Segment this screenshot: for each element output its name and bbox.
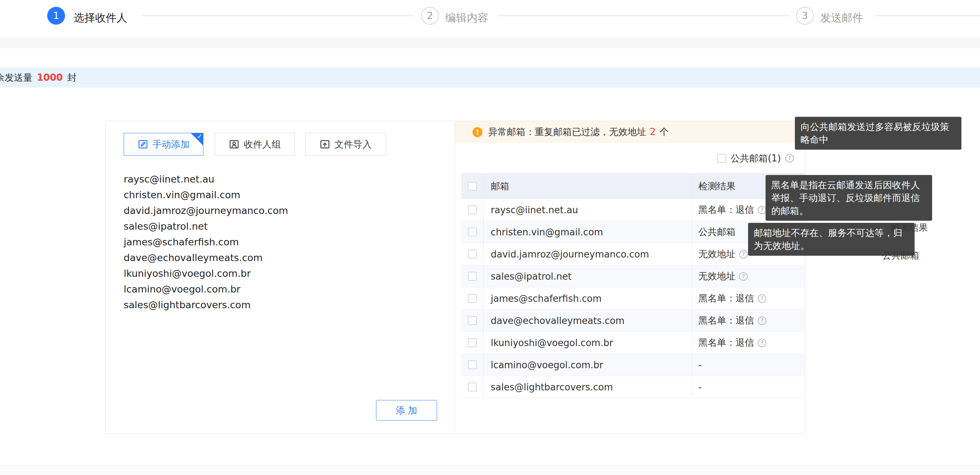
row-result: 黑名单：退信 ?: [692, 310, 805, 331]
row-checkbox[interactable]: [468, 227, 477, 237]
row-checkbox[interactable]: [468, 383, 477, 391]
row-email: sales@ipatrol.net: [483, 265, 692, 287]
tab-manual-add-label: 手动添加: [153, 138, 190, 151]
table-row: lcamino@voegol.com.br - ?: [461, 354, 805, 376]
check-result-table: 邮箱 检测结果 raysc@iinet.net.au 黑名单：退信 ? chri…: [461, 173, 805, 398]
email-list-line: christen.vin@gmail.com: [124, 187, 440, 203]
row-email: david.jamroz@journeymanco.com: [483, 243, 692, 265]
tab-file-import[interactable]: 文件导入: [305, 133, 386, 156]
row-result-text: 黑名单：退信: [698, 292, 754, 305]
help-icon[interactable]: ?: [758, 294, 766, 303]
step-1-label: 选择收件人: [74, 11, 127, 25]
email-list-line: sales@ipatrol.net: [124, 219, 440, 234]
step-connector-3: [875, 15, 980, 16]
tooltip-blacklist: 黑名单是指在云邮通发送后因收件人举报、手动退订、反垃圾邮件而退信的邮箱。: [765, 175, 932, 221]
tab-recipient-group-label: 收件人组: [244, 138, 281, 151]
email-list-line: dave@echovalleymeats.com: [124, 250, 440, 266]
help-icon[interactable]: ?: [739, 250, 748, 259]
table-row: raysc@iinet.net.au 黑名单：退信 ?: [461, 199, 805, 221]
quota-banner: 余发送量 1000 封: [0, 67, 980, 87]
row-checkbox[interactable]: [468, 249, 477, 259]
row-checkbox-cell: [461, 221, 483, 243]
row-result-text: 无效地址: [698, 270, 735, 283]
public-mailbox-checkbox[interactable]: [717, 154, 726, 163]
tab-file-import-label: 文件导入: [334, 138, 372, 151]
row-checkbox[interactable]: [468, 361, 477, 369]
manual-add-icon: [138, 139, 148, 149]
check-result-pane: ! 异常邮箱：重复邮箱已过滤，无效地址 2 个 公共邮箱(1) ? 邮箱 检测结…: [455, 121, 805, 433]
warning-icon: !: [473, 127, 482, 137]
public-mailbox-label: 公共邮箱(1): [730, 152, 781, 165]
warning-text: 异常邮箱：重复邮箱已过滤，无效地址 2 个: [488, 126, 669, 138]
help-icon[interactable]: ?: [758, 206, 766, 214]
recipient-input-pane: 手动添加 ✓ 收件人组: [105, 121, 455, 433]
file-import-icon: [320, 139, 330, 149]
row-result-text: -: [698, 360, 702, 370]
table-row: sales@ipatrol.net 无效地址 ?: [461, 265, 805, 288]
row-result-text: 黑名单：退信: [698, 314, 754, 327]
row-email: raysc@iinet.net.au: [483, 199, 692, 221]
row-checkbox[interactable]: [468, 338, 477, 347]
select-all-cell: [461, 173, 483, 199]
recipient-card: 手动添加 ✓ 收件人组: [105, 121, 805, 434]
row-checkbox-cell: [461, 354, 483, 376]
row-checkbox[interactable]: [468, 272, 477, 281]
table-row: lkuniyoshi@voegol.com.br 黑名单：退信 ?: [461, 332, 805, 354]
row-result: 无效地址 ?: [692, 265, 805, 287]
email-list-line: lcamino@voegol.com.br: [124, 281, 440, 297]
row-checkbox-cell: [461, 310, 483, 331]
row-email: lcamino@voegol.com.br: [483, 354, 692, 376]
row-email: dave@echovalleymeats.com: [483, 310, 692, 331]
row-result-text: 黑名单：退信: [698, 203, 754, 216]
quota-number: 1000: [35, 72, 64, 83]
row-result-text: 无效地址: [698, 248, 735, 261]
bulk-mail-recipient-page: 1 选择收件人 2 编辑内容 3 发送邮件 余发送量 1000 封 手动添加: [0, 0, 980, 475]
row-checkbox-cell: [461, 199, 483, 221]
tooltip-invalid-address: 邮箱地址不存在、服务不可达等，归为无效地址。: [748, 223, 915, 256]
email-list-line: sales@lightbarcovers.com: [124, 297, 440, 313]
row-result-text: -: [698, 382, 702, 392]
row-email: james@schaferfish.com: [483, 288, 692, 309]
email-list-line: raysc@iinet.net.au: [124, 172, 440, 187]
public-mailbox-help-icon[interactable]: ?: [785, 154, 794, 162]
step-2-indicator: 2: [421, 7, 439, 25]
recipient-group-icon: [229, 139, 239, 149]
email-column-header: 邮箱: [483, 173, 692, 199]
row-result-text: 公共邮箱: [698, 226, 735, 238]
email-list-line: james@schaferfish.com: [124, 234, 440, 250]
table-header-row: 邮箱 检测结果: [461, 173, 805, 199]
step-connector-2: [498, 15, 790, 16]
public-mailbox-filter: 公共邮箱(1) ?: [717, 153, 794, 164]
help-icon[interactable]: ?: [758, 338, 766, 347]
tooltip-public-mailbox: 向公共邮箱发送过多容易被反垃圾策略命中: [795, 117, 961, 149]
help-icon[interactable]: ?: [758, 316, 766, 325]
table-row: sales@lightbarcovers.com - ?: [461, 376, 805, 398]
row-email: sales@lightbarcovers.com: [483, 376, 692, 398]
table-row: dave@echovalleymeats.com 黑名单：退信 ?: [461, 310, 805, 332]
abnormal-mailbox-warning: ! 异常邮箱：重复邮箱已过滤，无效地址 2 个: [455, 121, 805, 143]
row-checkbox-cell: [461, 332, 483, 354]
email-list-line: david.jamroz@journeymanco.com: [124, 203, 440, 219]
step-2-label: 编辑内容: [445, 11, 488, 25]
invalid-count: 2: [649, 126, 657, 137]
select-all-checkbox[interactable]: [468, 182, 477, 191]
row-checkbox[interactable]: [468, 205, 477, 214]
add-button[interactable]: 添 加: [376, 400, 437, 421]
row-result: 黑名单：退信 ?: [692, 288, 805, 309]
tab-manual-add[interactable]: 手动添加 ✓: [124, 133, 204, 156]
row-email: christen.vin@gmail.com: [483, 221, 692, 243]
row-result: - ?: [692, 376, 805, 398]
row-result: - ?: [692, 354, 805, 376]
tab-recipient-group[interactable]: 收件人组: [215, 133, 295, 156]
help-icon[interactable]: ?: [739, 272, 748, 281]
row-checkbox-cell: [461, 288, 483, 309]
recipient-input-area[interactable]: raysc@iinet.net.au christen.vin@gmail.co…: [124, 172, 440, 390]
row-checkbox-cell: [461, 243, 483, 265]
row-checkbox[interactable]: [468, 294, 477, 303]
email-list-line: lkuniyoshi@voegol.com.br: [124, 266, 440, 281]
step-3-indicator: 3: [796, 7, 814, 25]
row-email: lkuniyoshi@voegol.com.br: [483, 332, 692, 354]
stepper: 1 选择收件人 2 编辑内容 3 发送邮件: [0, 0, 980, 38]
row-checkbox[interactable]: [468, 316, 477, 325]
bottom-strip: [0, 465, 980, 475]
